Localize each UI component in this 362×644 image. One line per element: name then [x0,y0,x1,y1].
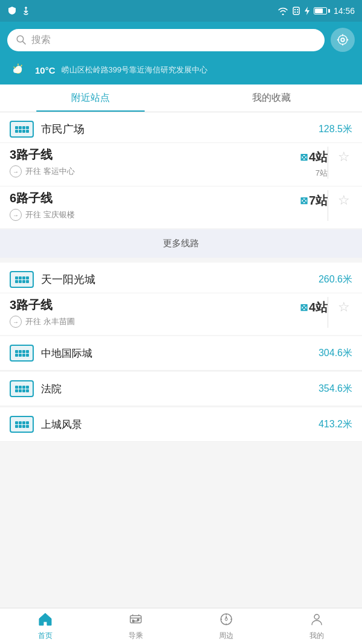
station-dist-3: 354.6米 [319,383,352,395]
guide-icon [128,612,144,629]
favorite-btn-1-0[interactable]: ☆ [335,297,352,317]
compass-svg [218,612,234,626]
guide-svg [128,612,144,626]
wifi-icon [278,7,288,15]
direction-icon-3: → [10,316,22,328]
status-time: 14:56 [334,6,355,16]
tab-favorites[interactable]: 我的收藏 [181,84,362,112]
svg-rect-1 [294,9,296,10]
tab-bar: 附近站点 我的收藏 [0,84,362,112]
station-dist-0: 128.5米 [319,123,352,136]
nav-item-nearby[interactable]: 周边 [181,608,272,644]
svg-line-13 [14,67,15,68]
shield-icon [7,6,17,16]
status-left-icons [7,6,30,16]
station-dist-1: 260.6米 [319,273,352,286]
svg-point-16 [138,619,139,620]
station-header-0: 市民广场 128.5米 [0,112,362,142]
station-header-1: 天一阳光城 260.6米 [0,263,362,293]
svg-line-12 [21,65,22,66]
svg-point-6 [17,36,24,42]
nav-item-guide[interactable]: 导乘 [91,608,181,644]
station-dist-2: 304.6米 [319,347,352,360]
bottom-nav: 首页 导乘 [0,608,362,644]
person-svg [309,612,325,626]
svg-rect-0 [293,7,299,14]
divider-1-0 [328,297,328,328]
bus-stop-icon-3 [10,345,34,362]
svg-line-7 [23,42,26,45]
more-routes-button[interactable]: 更多线路 [0,229,362,258]
route-stops-0-0: ⊠ 4站 [300,149,328,165]
route-direction-1-0: → 开往 永丰苗圃 [10,316,300,328]
bus-stop-icon-2 [10,271,34,288]
station-section-1: 天一阳光城 260.6米 3路子线 → 开往 永丰苗圃 ⊠ 4站 ☆ [0,263,362,335]
sim-icon [292,7,300,15]
svg-point-9 [338,36,348,45]
svg-rect-2 [297,9,298,10]
svg-point-15 [133,620,135,622]
bus-stop-icon-4 [10,380,34,397]
route-name-0-0: 3路子线 [10,147,300,163]
weather-icon [10,63,29,77]
station-name-3: 法院 [41,382,311,396]
favorite-btn-0-1[interactable]: ☆ [335,190,352,211]
nav-label-nearby: 周边 [219,631,233,641]
location-button[interactable] [331,28,355,52]
search-icon [16,34,27,45]
route-info-1-0: 3路子线 → 开往 永丰苗圃 [10,297,300,328]
nav-item-mine[interactable]: 我的 [272,608,362,644]
route-direction-0-1: → 开往 宝庆银楼 [10,209,300,221]
status-right-icons: 14:56 [278,6,355,16]
route-stops-1-0: ⊠ 4站 [300,299,328,316]
search-placeholder: 搜索 [31,34,51,46]
divider-0-1 [328,190,328,221]
station-row-2[interactable]: 中地国际城 304.6米 [0,336,362,371]
station-row-4[interactable]: 上城风景 413.2米 [0,407,362,442]
route-name-0-1: 6路子线 [10,190,300,206]
content-area: 市民广场 128.5米 3路子线 → 开往 客运中心 ⊠ 4站 7站 ☆ [0,112,362,481]
direction-icon-2: → [10,209,22,221]
route-item-1-0: 3路子线 → 开往 永丰苗圃 ⊠ 4站 ☆ [0,293,362,335]
compass-icon [218,612,234,629]
search-input-wrap[interactable]: 搜索 [7,29,325,51]
charging-icon [304,6,310,16]
route-name-1-0: 3路子线 [10,297,300,313]
svg-point-8 [341,38,345,42]
weather-temp: 10°C [35,65,56,75]
svg-point-19 [225,618,227,620]
bus-stop-icon-5 [10,416,34,433]
route-item-0-1: 6路子线 → 开往 宝庆银楼 ⊠ 7站 ☆ [0,186,362,228]
svg-point-24 [314,614,319,619]
station-name-1: 天一阳光城 [41,272,311,287]
route-right-0-1: ⊠ 7站 [300,190,328,209]
status-bar: 14:56 [0,0,362,22]
svg-rect-3 [294,11,296,13]
usb-icon [22,6,30,16]
nav-item-home[interactable]: 首页 [0,608,91,644]
home-icon [37,612,53,629]
location-icon [336,33,349,46]
home-svg [37,612,53,626]
tab-nearby[interactable]: 附近站点 [0,84,181,112]
station-name-4: 上城风景 [41,418,311,432]
route-direction-0-0: → 开往 客运中心 [10,165,300,177]
station-dist-4: 413.2米 [319,418,352,431]
route-info-0-1: 6路子线 → 开往 宝庆银楼 [10,190,300,221]
weather-location: 崂山区松岭路399号靠近海信研究发展中心 [62,65,208,75]
svg-rect-4 [297,11,298,13]
svg-marker-5 [305,7,310,15]
divider-0-0 [328,147,328,179]
station-name-2: 中地国际城 [41,346,311,360]
route-item-0-0: 3路子线 → 开往 客运中心 ⊠ 4站 7站 ☆ [0,142,362,186]
nav-label-home: 首页 [38,631,52,641]
nav-label-guide: 导乘 [129,631,143,641]
search-bar: 搜索 [0,22,362,58]
favorite-btn-0-0[interactable]: ☆ [335,147,352,167]
route-right-1-0: ⊠ 4站 [300,297,328,316]
svg-rect-14 [130,616,141,623]
route-stops-0-1: ⊠ 7站 [300,193,328,209]
station-row-3[interactable]: 法院 354.6米 [0,372,362,406]
station-name-0: 市民广场 [41,122,311,136]
route-right-0-0: ⊠ 4站 7站 [300,147,328,179]
